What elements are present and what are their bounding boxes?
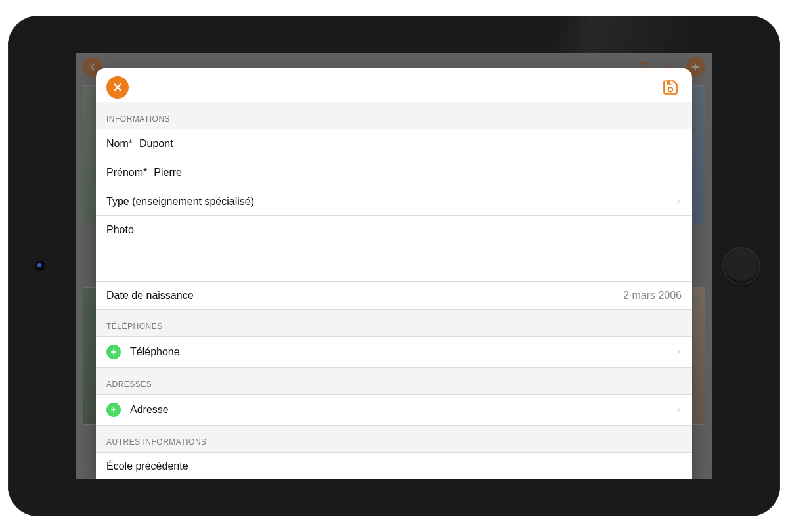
row-photo[interactable]: Photo [96, 215, 692, 281]
row-dob[interactable]: Date de naissance 2 mars 2006 [96, 281, 692, 310]
modal-body[interactable]: INFORMATIONS Nom* Dupont Prénom* Pierre [96, 102, 692, 479]
home-button[interactable] [722, 247, 760, 285]
screen: INFORMATIONS Nom* Dupont Prénom* Pierre [76, 53, 712, 479]
section-telephones: TÉLÉPHONES Téléphone [96, 310, 692, 368]
type-label: Type (enseignement spécialisé) [106, 196, 254, 208]
row-ecole-precedente[interactable]: École précédente [96, 452, 692, 479]
section-informations: INFORMATIONS Nom* Dupont Prénom* Pierre [96, 102, 692, 310]
section-header: INFORMATIONS [96, 102, 692, 129]
dob-label: Date de naissance [106, 290, 194, 301]
row-nom[interactable]: Nom* Dupont [96, 129, 692, 158]
save-button[interactable] [659, 76, 682, 99]
section-header: AUTRES INFORMATIONS [96, 426, 692, 452]
chevron-right-icon [675, 405, 682, 415]
ecole-label: École précédente [106, 460, 188, 472]
close-icon [112, 81, 123, 93]
section-autres: AUTRES INFORMATIONS École précédente [96, 426, 692, 479]
save-icon [662, 79, 679, 96]
nom-value: Dupont [139, 138, 173, 150]
row-add-telephone[interactable]: Téléphone [96, 336, 692, 368]
add-circle-icon [106, 403, 121, 417]
prenom-label: Prénom* [106, 167, 147, 179]
row-add-adresse[interactable]: Adresse [96, 394, 692, 426]
add-adresse-label: Adresse [130, 404, 169, 416]
row-type[interactable]: Type (enseignement spécialisé) [96, 187, 692, 215]
section-header: TÉLÉPHONES [96, 310, 692, 336]
add-telephone-label: Téléphone [130, 346, 180, 358]
section-header: ADRESSES [96, 368, 692, 394]
close-button[interactable] [106, 76, 129, 99]
edit-student-modal: INFORMATIONS Nom* Dupont Prénom* Pierre [96, 68, 692, 479]
front-camera [37, 263, 43, 269]
row-prenom[interactable]: Prénom* Pierre [96, 158, 692, 187]
modal-header [96, 68, 692, 102]
chevron-right-icon [675, 196, 682, 207]
nom-label: Nom* [106, 138, 133, 150]
svg-point-6 [668, 87, 673, 92]
add-circle-icon [106, 345, 121, 359]
prenom-value: Pierre [154, 167, 182, 179]
chevron-right-icon [675, 347, 682, 357]
photo-label: Photo [106, 224, 134, 236]
svg-rect-5 [670, 81, 672, 84]
dob-value: 2 mars 2006 [623, 290, 682, 301]
section-adresses: ADRESSES Adresse [96, 368, 692, 426]
ipad-frame: INFORMATIONS Nom* Dupont Prénom* Pierre [8, 16, 780, 516]
